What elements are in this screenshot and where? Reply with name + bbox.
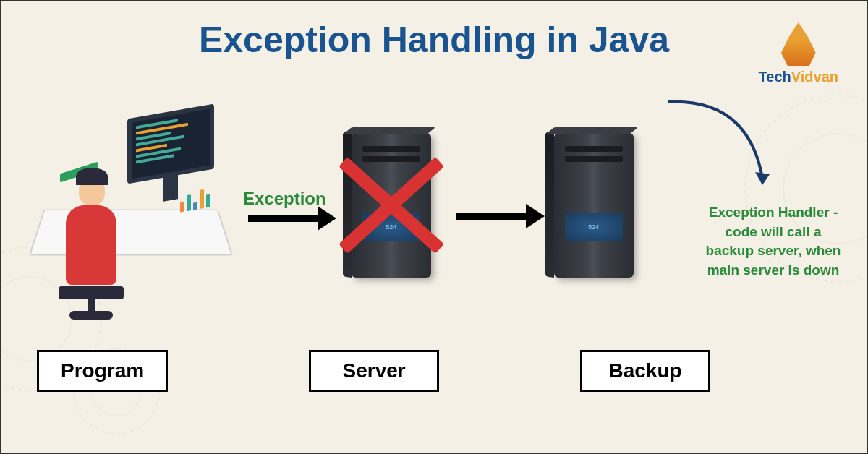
monitor-icon [127,103,214,184]
svg-marker-0 [755,172,770,185]
arrow-exception: Exception [243,189,326,222]
label-backup: Backup [580,350,710,392]
person-body [66,205,116,285]
page-title: Exception Handling in Java [1,1,867,61]
monitor-stand [163,174,178,202]
server-panel: 524 [565,213,623,241]
backup-illustration: 524 [540,122,648,288]
curved-arrow-icon [661,91,791,200]
logo-icon [777,22,820,66]
programmer-illustration [30,111,232,299]
server-tower-icon: 524 [352,133,431,278]
desk-icon [29,210,233,256]
exception-label: Exception [243,189,326,209]
backup-node: 524 [540,122,648,288]
server-panel: 524 [362,213,420,241]
label-server: Server [309,350,439,392]
arrow-right-icon [456,213,529,220]
labels-row: Program Server Backup [1,350,867,392]
handler-description: Exception Handler - code will call a bac… [701,203,846,280]
arrow-to-backup [456,213,529,220]
program-node [30,111,232,299]
server-tower-icon: 524 [554,133,634,278]
label-program: Program [37,350,168,392]
arrow-right-icon [248,215,320,222]
server-node: 524 [337,122,446,288]
server-illustration: 524 [337,122,446,288]
person-hair [76,168,108,185]
